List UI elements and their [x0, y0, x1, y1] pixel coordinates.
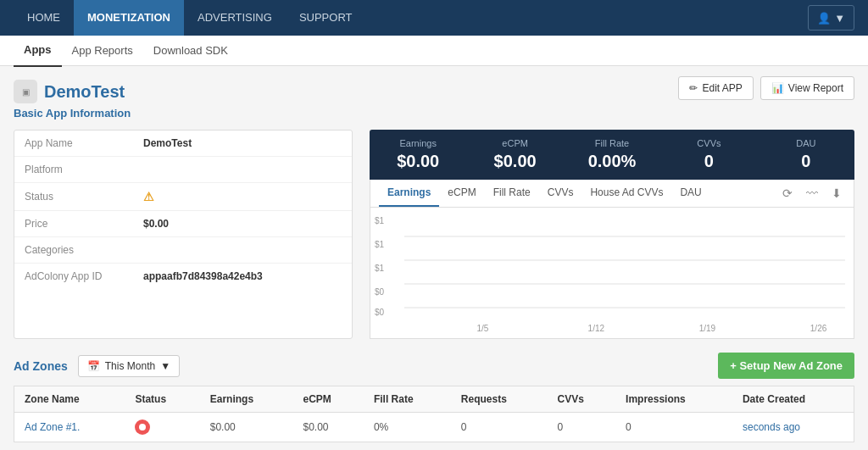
month-selector[interactable]: 📅 This Month ▼: [78, 355, 180, 377]
setup-new-ad-zone-button[interactable]: + Setup New Ad Zone: [718, 353, 854, 379]
col-ecpm: eCPM: [292, 386, 363, 413]
tab-house-ad-cvvs[interactable]: House Ad CVVs: [581, 180, 671, 207]
col-status: Status: [125, 386, 199, 413]
cell-earnings: $0.00: [200, 413, 293, 442]
cell-cvvs: 0: [547, 413, 615, 442]
zone-name-link[interactable]: Ad Zone #1.: [25, 421, 80, 433]
tab-cvvs[interactable]: CVVs: [539, 180, 582, 207]
info-row-adcolony-id: AdColony App ID appaafb7d84398a42e4b3: [14, 264, 352, 289]
chart-tabs: Earnings eCPM Fill Rate CVVs House Ad CV…: [370, 180, 854, 208]
date-created-link[interactable]: seconds ago: [743, 421, 800, 433]
info-row-platform: Platform: [14, 157, 352, 183]
app-title: DemoTest: [44, 82, 125, 102]
cell-fill-rate: 0%: [364, 413, 451, 442]
dropdown-arrow-icon: ▼: [160, 360, 170, 372]
col-cvvs: CVVs: [547, 386, 615, 413]
col-zone-name: Zone Name: [14, 386, 125, 413]
ad-zones-title: Ad Zones: [14, 359, 68, 373]
stat-ecpm: eCPM $0.00: [466, 130, 563, 180]
sub-nav-apps[interactable]: Apps: [14, 35, 62, 67]
table-row: Ad Zone #1. $0.00 $0.00 0% 0 0 0 seconds…: [14, 413, 854, 442]
cell-impressions: 0: [615, 413, 732, 442]
month-label: This Month: [105, 360, 155, 372]
refresh-icon[interactable]: ⟳: [779, 183, 796, 203]
nav-monetization[interactable]: MONETIZATION: [74, 0, 184, 36]
col-requests: Requests: [451, 386, 548, 413]
tab-earnings[interactable]: Earnings: [379, 180, 439, 207]
edit-app-button[interactable]: ✏ Edit APP: [678, 76, 753, 100]
info-row-appname: App Name DemoTest: [14, 131, 352, 157]
view-report-button[interactable]: 📊 View Report: [760, 76, 854, 100]
cell-date-created: seconds ago: [732, 413, 854, 442]
basic-info-label: Basic App Information: [14, 107, 854, 119]
col-fill-rate: Fill Rate: [364, 386, 451, 413]
chart-area: $1 $1 $1 $0 $0 1/5 1/12 1/19 1/26: [370, 208, 854, 339]
chart-actions: ⟳ 〰 ⬇: [779, 183, 845, 203]
stats-panel: Earnings $0.00 eCPM $0.00 Fill Rate 0.00…: [370, 130, 854, 339]
nav-support[interactable]: SUPPORT: [286, 0, 366, 36]
edit-icon: ✏: [689, 82, 698, 94]
tab-fill-rate[interactable]: Fill Rate: [485, 180, 539, 207]
nav-advertising[interactable]: ADVERTISING: [184, 0, 286, 36]
info-row-price: Price $0.00: [14, 211, 352, 237]
cell-requests: 0: [451, 413, 548, 442]
stats-header: Earnings $0.00 eCPM $0.00 Fill Rate 0.00…: [370, 130, 854, 180]
action-buttons: ✏ Edit APP 📊 View Report: [678, 76, 854, 100]
cell-zone-name: Ad Zone #1.: [14, 413, 125, 442]
chart-type-icon[interactable]: 〰: [803, 183, 821, 203]
calendar-icon: 📅: [87, 360, 100, 372]
stat-dau: DAU 0: [758, 130, 854, 180]
stat-cvvs: CVVs 0: [660, 130, 757, 180]
app-info-table: App Name DemoTest Platform Status ⚠ Pric…: [14, 130, 353, 339]
info-row-status: Status ⚠: [14, 183, 352, 211]
col-impressions: Impressions: [615, 386, 732, 413]
top-navigation: HOME MONETIZATION ADVERTISING SUPPORT 👤 …: [0, 0, 868, 36]
nav-home[interactable]: HOME: [14, 0, 74, 36]
status-dot: [135, 419, 150, 435]
app-icon: ▣: [14, 80, 37, 103]
tab-ecpm[interactable]: eCPM: [439, 180, 484, 207]
stat-fill-rate: Fill Rate 0.00%: [564, 130, 660, 180]
download-icon[interactable]: ⬇: [828, 183, 845, 203]
user-menu[interactable]: 👤 ▼: [808, 5, 854, 31]
info-row-categories: Categories: [14, 237, 352, 264]
user-icon: 👤: [817, 12, 831, 25]
sub-navigation: Apps App Reports Download SDK: [0, 36, 868, 66]
col-date-created: Date Created: [732, 386, 854, 413]
cell-ecpm: $0.00: [292, 413, 363, 442]
col-earnings: Earnings: [200, 386, 293, 413]
sub-nav-download-sdk[interactable]: Download SDK: [143, 36, 238, 66]
ad-zones-header: Ad Zones 📅 This Month ▼ + Setup New Ad Z…: [14, 353, 854, 379]
report-icon: 📊: [771, 82, 784, 94]
stat-earnings: Earnings $0.00: [370, 130, 466, 180]
table-header-row: Zone Name Status Earnings eCPM Fill Rate…: [14, 386, 854, 413]
chart-svg: [404, 216, 845, 309]
tab-dau[interactable]: DAU: [671, 180, 709, 207]
user-dropdown-arrow: ▼: [834, 12, 845, 25]
ad-zones-table: Zone Name Status Earnings eCPM Fill Rate…: [14, 386, 854, 442]
sub-nav-app-reports[interactable]: App Reports: [62, 36, 143, 66]
cell-status: [125, 413, 199, 442]
